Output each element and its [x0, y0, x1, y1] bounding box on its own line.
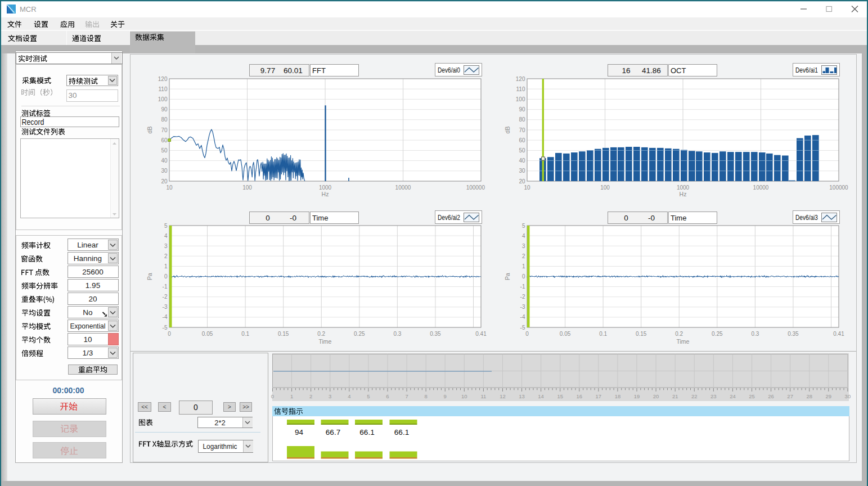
svg-text:-0: -0 [290, 214, 296, 222]
svg-text:10: 10 [166, 184, 173, 191]
svg-text:0.41: 0.41 [475, 331, 487, 337]
svg-text:26: 26 [768, 393, 774, 399]
svg-text:Dev6/ai2: Dev6/ai2 [438, 214, 460, 222]
svg-text:0: 0 [266, 214, 270, 222]
svg-text:2: 2 [164, 253, 168, 259]
svg-text:9: 9 [444, 393, 447, 399]
svg-text:19: 19 [634, 393, 640, 399]
svg-text:1: 1 [290, 393, 293, 399]
svg-text:100000: 100000 [829, 184, 848, 191]
svg-text:50: 50 [519, 147, 525, 154]
svg-text:0.41: 0.41 [833, 331, 844, 337]
svg-text:Time: Time [677, 338, 690, 345]
svg-text:0.2: 0.2 [675, 331, 683, 337]
svg-text:120: 120 [158, 76, 168, 82]
svg-text:20: 20 [161, 178, 168, 184]
svg-text:80: 80 [519, 116, 525, 123]
svg-text:10: 10 [83, 335, 92, 344]
svg-text:9.77: 9.77 [260, 66, 275, 75]
svg-text:5: 5 [164, 223, 168, 229]
svg-text:<: < [163, 404, 167, 410]
svg-text:Hanning: Hanning [74, 254, 102, 263]
svg-text:0.25: 0.25 [712, 331, 723, 337]
svg-text:16: 16 [576, 393, 582, 399]
svg-text:Time: Time [319, 338, 332, 345]
svg-text:Linear: Linear [77, 241, 98, 249]
svg-text:2*2: 2*2 [214, 418, 226, 427]
svg-text:30: 30 [69, 91, 77, 100]
svg-text:7: 7 [405, 393, 408, 399]
svg-text:dB: dB [504, 127, 511, 134]
svg-text:Dev6/ai1: Dev6/ai1 [795, 66, 818, 74]
svg-text:-1: -1 [520, 284, 525, 290]
svg-text:80: 80 [161, 116, 168, 123]
svg-text:3: 3 [329, 393, 331, 399]
svg-text:-2: -2 [163, 294, 168, 300]
svg-text:66.7: 66.7 [326, 428, 340, 436]
svg-text:MCR: MCR [20, 5, 37, 14]
svg-text:8: 8 [424, 393, 427, 399]
svg-text:Record: Record [22, 118, 44, 127]
svg-text:100: 100 [242, 184, 252, 191]
svg-text:Pa: Pa [146, 273, 153, 280]
svg-text:1.95: 1.95 [86, 281, 100, 290]
svg-text:OCT: OCT [671, 66, 686, 75]
svg-text:27: 27 [787, 393, 793, 399]
svg-text:Hz: Hz [322, 191, 329, 197]
svg-text:Time: Time [312, 214, 328, 222]
svg-text:0.25: 0.25 [354, 331, 365, 337]
svg-text:10000: 10000 [395, 184, 411, 191]
svg-text:Dev6/ai3: Dev6/ai3 [795, 214, 818, 222]
svg-text:0: 0 [271, 393, 274, 399]
svg-text:22: 22 [691, 393, 698, 399]
svg-text:-5: -5 [163, 325, 168, 331]
svg-text:30: 30 [845, 393, 851, 399]
svg-text:Hz: Hz [680, 191, 687, 197]
svg-text:4: 4 [348, 393, 350, 399]
svg-text:40: 40 [519, 158, 525, 164]
svg-text:FFT: FFT [312, 66, 326, 75]
svg-text:110: 110 [159, 86, 168, 92]
svg-text:5: 5 [367, 393, 370, 399]
svg-text:-1: -1 [163, 284, 168, 290]
svg-text:18: 18 [615, 393, 621, 399]
svg-text:Pa: Pa [504, 273, 511, 280]
svg-text:>: > [228, 404, 231, 410]
svg-text:70: 70 [519, 127, 525, 133]
svg-text:6: 6 [386, 393, 389, 399]
svg-text:4: 4 [164, 233, 168, 239]
svg-text:28: 28 [806, 393, 812, 399]
svg-text:66.1: 66.1 [394, 428, 409, 436]
svg-text:30: 30 [161, 168, 168, 174]
svg-text:Time: Time [671, 214, 686, 222]
svg-text:23: 23 [710, 393, 717, 399]
svg-text:10000: 10000 [753, 184, 769, 191]
svg-text:-0: -0 [648, 214, 655, 222]
svg-text:50: 50 [161, 147, 168, 154]
svg-text:-5: -5 [520, 325, 525, 331]
svg-text:94: 94 [295, 428, 304, 436]
svg-text:1/3: 1/3 [83, 349, 93, 357]
svg-text:0.35: 0.35 [788, 331, 799, 337]
svg-text:14: 14 [538, 393, 544, 399]
svg-text:0.1: 0.1 [241, 331, 249, 337]
svg-text:-3: -3 [163, 304, 168, 310]
svg-text:-4: -4 [163, 314, 168, 320]
svg-text:0: 0 [624, 214, 628, 222]
svg-text:60: 60 [161, 137, 168, 143]
svg-text:0.15: 0.15 [278, 331, 289, 337]
svg-text:30: 30 [519, 168, 525, 174]
svg-text:00:00:00: 00:00:00 [52, 386, 84, 395]
svg-text:-3: -3 [520, 304, 525, 310]
svg-text:100: 100 [600, 184, 610, 191]
svg-text:0: 0 [164, 273, 168, 280]
svg-text:0.05: 0.05 [560, 331, 571, 337]
svg-text:15: 15 [557, 393, 563, 399]
svg-text:10: 10 [524, 184, 530, 191]
svg-text:dB: dB [146, 127, 153, 134]
svg-text:2: 2 [522, 253, 525, 259]
svg-text:Logarithmic: Logarithmic [203, 442, 237, 451]
svg-text:>>: >> [242, 404, 249, 410]
svg-text:90: 90 [161, 106, 168, 112]
svg-text:10: 10 [461, 393, 467, 399]
